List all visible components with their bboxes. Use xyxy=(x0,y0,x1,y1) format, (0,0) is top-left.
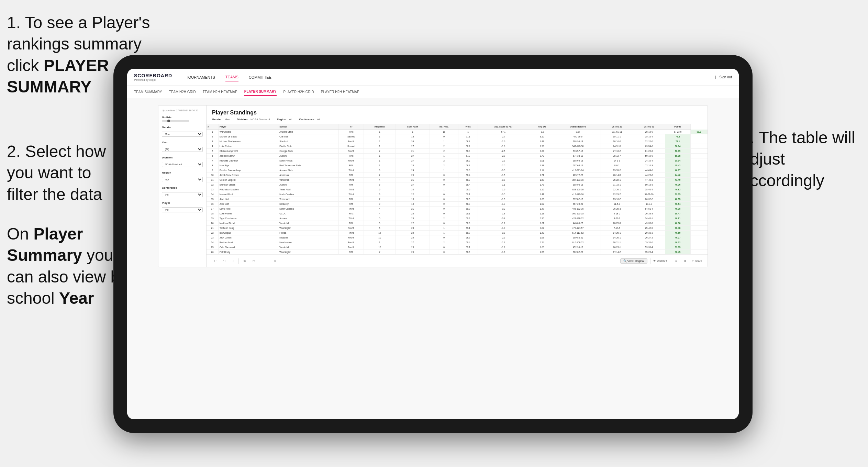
cell-17-10: 500-155-35 xyxy=(555,211,601,216)
cell-15-1: Alex Goff xyxy=(218,202,278,207)
cell-14-7: 68.5 xyxy=(458,197,478,202)
cell-3-1: Luke Claton xyxy=(218,144,278,149)
table-row[interactable]: 10Jacob Skov OlesenArkansasFifth225068.4… xyxy=(207,173,708,178)
cell-12-1: Phichaksn Maichon xyxy=(218,187,278,192)
sub-nav-player-h2h-heatmap[interactable]: PLAYER H2H HEATMAP xyxy=(321,88,359,96)
table-row[interactable]: 14Maxwell FordNorth CarolinaThird322069.… xyxy=(207,192,708,197)
cell-25-9: 1.56 xyxy=(529,250,555,255)
cell-6-4: 1 xyxy=(364,158,396,163)
cell-19-12: 49-35-9 xyxy=(633,221,665,226)
cell-21-9: 1.43 xyxy=(529,231,555,235)
cell-24-1: Cole Sherwood xyxy=(218,245,278,250)
nav-link-tournaments[interactable]: TOURNAMENTS xyxy=(186,74,215,81)
table-row[interactable]: 9Preston SummerhaysArizona StateThird324… xyxy=(207,168,708,173)
cell-16-5: 21 xyxy=(396,207,430,211)
cell-14-10: 377-82-17 xyxy=(555,197,601,202)
nav-link-committee[interactable]: COMMITTEE xyxy=(249,74,271,81)
cell-3-7: 68.2 xyxy=(458,144,478,149)
norounds-control xyxy=(162,120,203,122)
table-row[interactable]: 3Michael ThorbjornsenStanfordFourth23416… xyxy=(207,139,708,144)
table-row[interactable]: 17David FordNorth CarolinaThird421069.0-… xyxy=(207,207,708,211)
slider-track[interactable] xyxy=(162,120,189,122)
cell-12-11: 22-26-1 xyxy=(601,187,633,192)
sign-out-link[interactable]: Sign out xyxy=(719,75,732,79)
table-row[interactable]: 22Ian GilliganFloridaThird1024168.7-0.91… xyxy=(207,231,708,235)
table-row[interactable]: 1Wenyi DingArizona StateFirst1115167.1-3… xyxy=(207,130,708,134)
sub-nav-team-h2h-heatmap[interactable]: TEAM H2H HEATMAP xyxy=(203,88,237,96)
table-row[interactable]: 15Jake HallTennesseeFifth718068.5-1.51.6… xyxy=(207,197,708,202)
grid-btn[interactable]: ⊞ xyxy=(682,258,689,264)
cell-24-0: 25 xyxy=(207,245,218,250)
cell-25-0: 26 xyxy=(207,250,218,255)
cell-22-9: 1.68 xyxy=(529,235,555,240)
data-table: # Player School Yr Reg Rank Conf Rank No… xyxy=(207,124,708,255)
cell-18-1: Tiger Christensen xyxy=(218,216,278,221)
cell-9-12: 44-26-6 xyxy=(633,173,665,178)
year-select[interactable]: (All) xyxy=(162,147,203,152)
download-btn[interactable]: ⬇ xyxy=(673,258,679,264)
table-row[interactable]: 8Mats EgeEast Tennessee StateFifth124268… xyxy=(207,163,708,168)
cell-5-9: 2.72 xyxy=(529,154,555,158)
table-row[interactable]: 4Luke ClatonFlorida StateSecond127268.2-… xyxy=(207,144,708,149)
cell-8-0: 9 xyxy=(207,168,218,173)
table-row[interactable]: 2Michael Le SassoOle MissSecond118067.1-… xyxy=(207,134,708,139)
view-btn[interactable]: 🔍 View: Original xyxy=(620,258,647,264)
cell-4-11: 27-10-2 xyxy=(601,149,633,154)
cell-7-13: 49.42 xyxy=(665,163,690,168)
sub-nav-team-summary[interactable]: TEAM SUMMARY xyxy=(134,88,162,96)
table-row[interactable]: 19Tiger ChristensenArizonaThird523269.2-… xyxy=(207,216,708,221)
share-btn[interactable]: ↗ Share xyxy=(691,259,702,263)
table-row[interactable]: 24Bastian AmatNew MexicoFourth127269.4-1… xyxy=(207,240,708,245)
cell-17-11: 4-18-0 xyxy=(601,211,633,216)
redo-btn[interactable]: ↪ xyxy=(221,258,228,264)
division-select[interactable]: NCAA Division I xyxy=(162,162,203,167)
table-row[interactable]: 6Jackson KoivunAuburnFirst127167.3-2.02.… xyxy=(207,154,708,158)
table-row[interactable]: 12Brendan ValdesAuburnFifth527068.4-1.11… xyxy=(207,182,708,187)
table-row[interactable]: 13Phichaksn MaichonTexas A&MThird630169.… xyxy=(207,187,708,192)
table-row[interactable]: 7Nicholas GabrielckNorth FloridaFourth12… xyxy=(207,158,708,163)
table-row[interactable]: 25Cole SherwoodVanderbiltFourth1223069.1… xyxy=(207,245,708,250)
cell-3-12: 63-54-6 xyxy=(633,144,665,149)
cell-7-2: East Tennessee State xyxy=(278,163,339,168)
table-row[interactable]: 26Petr HrubyWashingtonFifth725068.6-1.61… xyxy=(207,250,708,255)
cell-0-5: 1 xyxy=(396,130,430,134)
copy-btn[interactable]: ⧉ xyxy=(242,258,248,264)
nav-bar: SCOREBOARD Powered by clippi TOURNAMENTS… xyxy=(127,69,739,86)
clock-btn[interactable]: ⏱ xyxy=(272,258,279,264)
sub-nav-team-h2h-grid[interactable]: TEAM H2H GRID xyxy=(169,88,196,96)
cell-11-1: Brendan Valdes xyxy=(218,182,278,187)
cell-22-5: 24 xyxy=(396,235,430,240)
player-select[interactable]: (All) xyxy=(162,207,203,212)
table-row[interactable]: 23Jack LundinMissouriFourth1124068.6-2.5… xyxy=(207,235,708,240)
table-row[interactable]: 16Alex GoffKentuckyFifth919068.3-1.71.92… xyxy=(207,202,708,207)
sub-nav-player-summary[interactable]: PLAYER SUMMARY xyxy=(244,88,277,96)
cell-18-3: Third xyxy=(339,216,364,221)
cell-12-0: 13 xyxy=(207,187,218,192)
sub-nav-player-h2h-grid[interactable]: PLAYER H2H GRID xyxy=(283,88,314,96)
cell-19-11: 20-25-9 xyxy=(601,221,633,226)
gender-select[interactable]: Men xyxy=(162,132,203,137)
undo-btn[interactable]: ↩ xyxy=(212,258,219,264)
cell-23-2: New Mexico xyxy=(278,240,339,245)
cell-21-7: 68.7 xyxy=(458,231,478,235)
table-row[interactable]: 21Taehoon SongWashingtonFourth523169.1-1… xyxy=(207,226,708,231)
table-row[interactable]: 20Matthew RiedelVanderbiltFifth922068.8-… xyxy=(207,221,708,226)
cut-btn[interactable]: ✂ xyxy=(251,258,257,264)
more-btn[interactable]: ··· xyxy=(260,258,266,264)
table-row[interactable]: 18Luke PowellUCLAFirst424069.1-1.81.1350… xyxy=(207,211,708,216)
slider-thumb[interactable] xyxy=(167,120,170,122)
cell-17-12: 26-38-8 xyxy=(633,211,665,216)
cell-25-3: Fifth xyxy=(339,250,364,255)
table-row[interactable]: 11Gordon SargentVanderbiltThird421068.7-… xyxy=(207,178,708,182)
cell-3-10: 547-142-38 xyxy=(555,144,601,149)
cell-0-10: 3.07 xyxy=(555,130,601,134)
region-label: Region xyxy=(162,171,203,174)
table-row[interactable]: 5Christo LamprechtGeorgia TechFourth2212… xyxy=(207,149,708,154)
cell-9-11: 20-14-5 xyxy=(601,173,633,178)
conference-select[interactable]: (All) xyxy=(162,192,203,197)
back-btn[interactable]: ‹ xyxy=(231,258,236,264)
region-select[interactable]: N/A xyxy=(162,177,203,182)
watch-btn[interactable]: 👁 Watch ▾ xyxy=(653,259,667,263)
cell-0-12: 28-15-0 xyxy=(633,130,665,134)
nav-link-teams[interactable]: TEAMS xyxy=(225,73,238,81)
